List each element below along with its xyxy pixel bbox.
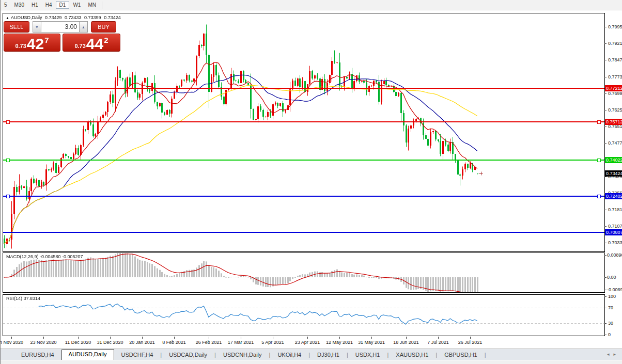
date-axis-tick (11, 337, 12, 339)
price-line-badge[interactable]: 0.70807 (605, 229, 622, 235)
date-axis-label: 31 May 2021 (358, 340, 385, 345)
chart-tab-usdchf[interactable]: USDCHF,H4 (114, 350, 161, 360)
timeframe-button-w1[interactable]: W1 (69, 1, 84, 9)
tab-scroll-arrows[interactable]: ◂▸ (607, 352, 620, 357)
date-axis-label: 11 Dec 2020 (65, 340, 91, 345)
date-axis-tick (273, 337, 273, 339)
timeframe-button-h4[interactable]: H4 (42, 1, 56, 9)
price-axis-label: 0.76990 (608, 91, 622, 96)
price-line-badge[interactable]: 0.72402 (605, 193, 622, 199)
scroll-right-icon: ▸ (613, 352, 620, 357)
volume-increase-button[interactable]: ▲ (79, 21, 88, 33)
date-axis-label: 23 Nov 2020 (30, 340, 56, 345)
date-axis-label: 12 May 2021 (326, 340, 353, 345)
date-axis-tick (209, 337, 209, 339)
macd-label: MACD(12,26,9) -0.004580 -0.005207 (6, 254, 83, 259)
price-axis-tick (604, 177, 607, 177)
rsi-axis-tick (604, 335, 607, 335)
macd-axis-label: 0.00 (607, 275, 616, 280)
date-axis-label: 23 Apr 2021 (295, 340, 320, 345)
date-axis-label: 26 Feb 2021 (196, 340, 222, 345)
date-axis-tick (110, 337, 111, 339)
rsi-axis-tick (604, 296, 607, 297)
chart-tab-usdx[interactable]: USDX,H1 (348, 350, 387, 360)
date-axis-label: 8 Feb 2021 (162, 340, 186, 345)
chart-tab-dj30[interactable]: DJ30,H1 (310, 350, 347, 360)
price-axis-label: 0.71810 (608, 207, 622, 212)
chart-tab-audusd[interactable]: AUDUSD,Daily (61, 349, 114, 360)
quote-open: 0.73429 (45, 15, 62, 20)
chart-tab-usdcnh[interactable]: USDCNH,Daily (216, 350, 269, 360)
date-axis-tick (406, 337, 407, 339)
price-line-badge[interactable]: 0.77212 (605, 85, 622, 91)
macd-canvas (3, 253, 604, 292)
scroll-left-icon: ◂ (607, 352, 614, 357)
timeframe-button-m30[interactable]: M30 (11, 1, 28, 9)
date-axis-label: 18 Jun 2021 (393, 340, 419, 345)
macd-axis-tick (604, 277, 607, 278)
date-axis-tick (241, 337, 241, 339)
sell-price-pip: 7 (44, 36, 49, 44)
date-axis-tick (174, 337, 175, 339)
price-axis-label: 0.79210 (608, 41, 622, 46)
rsi-axis-label: 100 (608, 294, 616, 299)
timeframe-button-5[interactable]: 5 (1, 1, 11, 9)
price-axis-label: 0.76250 (608, 107, 622, 113)
date-axis-label: 5 Apr 2021 (261, 340, 284, 345)
volume-decrease-button[interactable]: ▼ (33, 21, 41, 33)
chart-tab-xauusd[interactable]: XAUUSD,H1 (388, 350, 436, 360)
timeframe-button-h1[interactable]: H1 (28, 1, 42, 9)
quote-low: 0.73399 (84, 15, 101, 20)
price-axis-label: 0.74770 (608, 140, 622, 146)
date-axis-tick (43, 337, 44, 339)
rsi-panel[interactable]: RSI(14) 37.8314 (3, 294, 605, 336)
price-axis-label: 0.77730 (608, 74, 622, 80)
chart-tab-gbpusd[interactable]: GBPUSD,H1 (437, 350, 485, 360)
price-axis-tick (604, 143, 607, 144)
sell-price-display[interactable]: 0.73 42 7 (4, 34, 60, 52)
price-axis-tick (604, 27, 607, 27)
date-axis-label: 31 Dec 2020 (97, 340, 123, 345)
macd-axis-tick (604, 290, 607, 290)
quote-close: 0.73424 (104, 15, 121, 20)
timeframe-toolbar: 5M30H1H4D1W1MN (1, 0, 622, 10)
macd-axis-label: 0.00890 (607, 252, 622, 258)
buy-price-big: 44 (86, 37, 103, 51)
macd-axis-label: -0.00697 (607, 287, 622, 292)
price-axis-label: 0.78470 (608, 57, 622, 62)
volume-input[interactable] (41, 21, 79, 33)
quote-line: ▲AUDUSD,Daily 0.73429 0.73433 0.73399 0.… (6, 15, 122, 20)
collapse-triangle-icon[interactable]: ▲ (6, 16, 9, 20)
date-axis[interactable]: 4 Nov 202023 Nov 202011 Dec 202031 Dec 2… (3, 337, 605, 348)
price-line-badge[interactable]: 0.74022 (605, 157, 622, 163)
price-axis-tick (604, 210, 607, 210)
rsi-axis-label: 30 (608, 321, 613, 326)
date-axis-tick (470, 337, 471, 339)
date-axis-tick (371, 337, 372, 339)
chart-tab-eurusd[interactable]: EURUSD,H4 (14, 350, 61, 360)
macd-panel[interactable]: MACD(12,26,9) -0.004580 -0.005207 (3, 252, 605, 293)
status-strip (1, 360, 622, 364)
timeframe-button-d1[interactable]: D1 (56, 1, 70, 9)
price-axis-tick (604, 60, 607, 60)
price-line-badge[interactable]: 0.75712 (605, 119, 622, 125)
price-axis-tick (604, 126, 607, 127)
price-axis-tick (604, 110, 607, 110)
buy-button[interactable]: BUY (91, 21, 116, 33)
one-click-trading-panel: SELL ▼ ▲ BUY 0.73 42 7 0.73 44 2 (4, 21, 120, 52)
timeframe-button-mn[interactable]: MN (84, 1, 100, 9)
mt4-window: 5M30H1H4D1W1MN ▲AUDUSD,Daily 0.73429 0.7… (0, 0, 622, 364)
buy-price-display[interactable]: 0.73 44 2 (63, 34, 120, 52)
macd-axis-tick (604, 255, 607, 256)
chart-tab-ukoil[interactable]: UKOil,H4 (270, 350, 308, 360)
rsi-axis-label: 70 (608, 305, 613, 310)
sell-button[interactable]: SELL (4, 21, 29, 33)
rsi-canvas (3, 295, 604, 336)
quote-high: 0.73433 (65, 15, 82, 20)
tab-separator: | (485, 352, 486, 360)
price-axis-tick (604, 77, 607, 77)
chart-tab-usdcad[interactable]: USDCAD,Daily (162, 350, 214, 360)
date-axis-tick (142, 337, 143, 339)
date-axis-tick (438, 337, 439, 339)
rsi-axis-tick (604, 308, 607, 308)
